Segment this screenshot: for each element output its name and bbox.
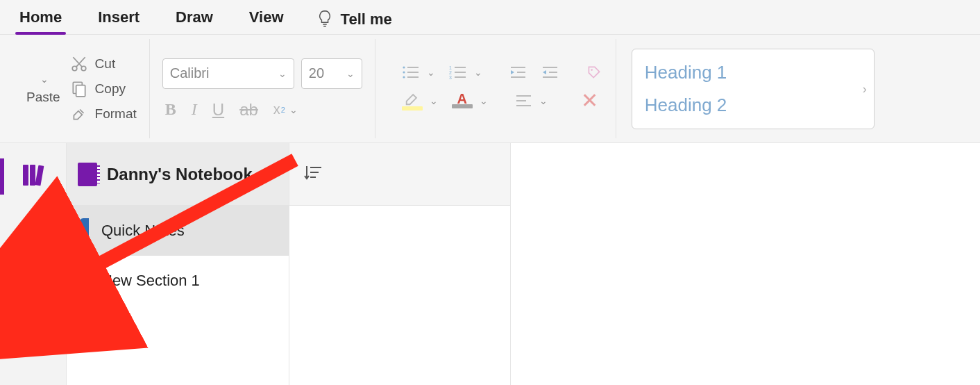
pages-panel: [289, 143, 511, 385]
sections-panel: Danny's Notebook ⌄ Quick Notes New Secti…: [67, 143, 289, 385]
align-button[interactable]: ⌄: [514, 93, 548, 108]
copy-icon: [70, 80, 88, 98]
styles-gallery[interactable]: Heading 1 Heading 2 ›: [632, 49, 875, 129]
cut-label: Cut: [95, 56, 116, 72]
bulleted-list-button[interactable]: ⌄: [402, 65, 435, 80]
paste-dropdown[interactable]: ⌄: [40, 74, 49, 85]
format-label: Format: [95, 106, 137, 122]
chevron-down-icon: ⌄: [265, 167, 274, 181]
tell-me-search[interactable]: Tell me: [317, 10, 392, 29]
svg-text:1: 1: [449, 65, 452, 70]
tags-button[interactable]: [585, 65, 603, 80]
svg-point-29: [591, 69, 593, 71]
styles-expand-icon[interactable]: ›: [863, 81, 867, 96]
clipboard-group: ⌄ Paste Cut Copy Format: [14, 39, 150, 138]
svg-rect-33: [23, 165, 28, 186]
chevron-down-icon: ⌄: [274, 68, 287, 79]
numbered-list-button[interactable]: 123 ⌄: [449, 65, 482, 80]
italic-button[interactable]: I: [192, 100, 197, 119]
svg-point-13: [403, 76, 405, 78]
styles-group: Heading 1 Heading 2 ›: [616, 39, 875, 138]
paintbrush-icon: [70, 105, 88, 123]
search-rail-button[interactable]: [0, 235, 67, 277]
content-area: Danny's Notebook ⌄ Quick Notes New Secti…: [0, 143, 980, 385]
font-name-combo[interactable]: Calibri ⌄: [162, 58, 294, 89]
page-canvas[interactable]: [511, 143, 980, 385]
tab-home[interactable]: Home: [17, 4, 65, 35]
paste-label: Paste: [26, 90, 60, 105]
font-group: Calibri ⌄ 20 ⌄ B I U ab x2⌄: [150, 39, 375, 138]
tab-insert[interactable]: Insert: [95, 4, 142, 35]
section-item[interactable]: New Section 1: [67, 256, 289, 306]
notebooks-rail-button[interactable]: [0, 156, 67, 197]
copy-button[interactable]: Copy: [70, 80, 137, 98]
section-label: Quick Notes: [101, 222, 185, 240]
section-label: New Section 1: [101, 272, 200, 290]
tab-draw[interactable]: Draw: [173, 4, 216, 35]
svg-point-11: [403, 66, 405, 68]
font-color-button[interactable]: A ⌄: [452, 93, 488, 108]
notebook-title: Danny's Notebook: [107, 165, 253, 184]
notebook-picker[interactable]: Danny's Notebook ⌄: [67, 143, 289, 206]
section-color-tab: [79, 218, 89, 243]
svg-point-12: [403, 71, 405, 73]
sort-pages-button[interactable]: [303, 163, 323, 186]
menu-bar: Home Insert Draw View Tell me: [0, 0, 980, 35]
bold-button[interactable]: B: [165, 100, 176, 119]
svg-rect-35: [35, 165, 44, 186]
underline-button[interactable]: U: [212, 100, 224, 120]
font-size-value: 20: [309, 65, 324, 81]
chevron-down-icon: ⌄: [342, 68, 355, 79]
font-name-value: Calibri: [170, 65, 210, 81]
svg-text:3: 3: [449, 75, 452, 80]
recent-rail-button[interactable]: [0, 314, 67, 356]
style-heading2[interactable]: Heading 2: [645, 89, 861, 122]
highlighter-icon: [403, 91, 421, 106]
scissors-icon: [70, 55, 88, 73]
notebooks-icon: [22, 163, 45, 190]
subscript-button[interactable]: x2⌄: [273, 101, 298, 117]
section-color-tab: [79, 268, 89, 293]
svg-point-36: [26, 247, 37, 258]
lightbulb-icon: [317, 10, 332, 29]
font-size-combo[interactable]: 20 ⌄: [301, 58, 362, 89]
ribbon: ⌄ Paste Cut Copy Format: [0, 35, 980, 143]
left-rail: [0, 143, 67, 385]
svg-line-37: [35, 256, 41, 262]
strikethrough-button[interactable]: ab: [239, 100, 258, 120]
copy-label: Copy: [95, 81, 126, 97]
tab-view[interactable]: View: [246, 4, 287, 35]
highlight-button[interactable]: ⌄: [402, 91, 438, 110]
style-heading1[interactable]: Heading 1: [645, 56, 861, 89]
format-painter-button[interactable]: Format: [70, 105, 137, 123]
cut-button[interactable]: Cut: [70, 55, 137, 73]
notebook-icon: [78, 163, 97, 186]
svg-rect-10: [76, 85, 85, 96]
tell-me-label: Tell me: [341, 10, 392, 28]
outdent-button[interactable]: [509, 65, 527, 80]
svg-rect-34: [30, 165, 35, 186]
clock-icon: [22, 322, 44, 347]
sort-icon: [303, 163, 323, 183]
search-icon: [23, 244, 44, 268]
svg-text:2: 2: [449, 70, 452, 75]
paragraph-group: ⌄ 123 ⌄: [375, 39, 616, 138]
section-item[interactable]: Quick Notes: [67, 206, 289, 256]
delete-button[interactable]: ✕: [581, 88, 598, 113]
indent-button[interactable]: [541, 65, 559, 80]
